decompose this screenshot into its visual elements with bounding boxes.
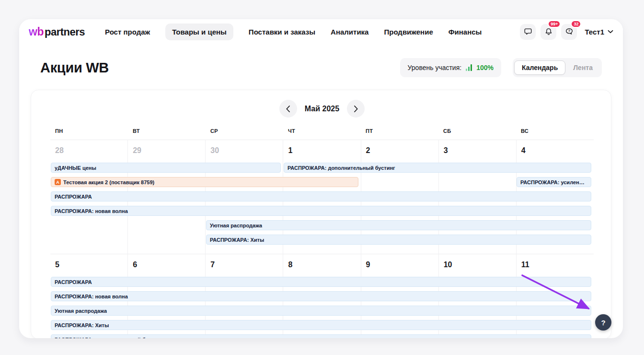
promo-a-icon: A — [55, 179, 61, 185]
day-header: ПН — [50, 128, 128, 134]
event-label: РАСПРОЖАРА: Хиты — [210, 237, 264, 243]
logo-partners-text: partners — [45, 26, 85, 38]
calendar-week: 567891011РАСПРОЖАРАРАСПРОЖАРА: новая вол… — [50, 254, 594, 338]
prev-month-button[interactable] — [279, 100, 297, 118]
nav-item[interactable]: Финансы — [448, 24, 482, 40]
bar-chart-icon — [466, 64, 472, 71]
event-label: уДАЧНЫЕ цены — [55, 165, 96, 171]
event-label: РАСПРОЖАРА: дополнительный бустинг — [55, 337, 162, 339]
account-menu[interactable]: Тест1 — [585, 28, 613, 36]
participation-level-pill: Уровень участия: 100% — [400, 58, 501, 77]
month-label: Май 2025 — [305, 105, 339, 113]
event-bar[interactable]: РАСПРОЖАРА: дополнительный бустинг — [284, 163, 591, 173]
event-bar[interactable]: РАСПРОЖАРА: Хиты — [206, 235, 591, 245]
month-navigation: Май 2025 — [50, 97, 594, 118]
toggle-feed-button[interactable]: Лента — [565, 60, 600, 75]
participation-value: 100% — [476, 64, 494, 71]
event-bar[interactable]: РАСПРОЖАРА: усилени… — [517, 177, 591, 187]
event-bar[interactable]: РАСПРОЖАРА: дополнительный бустинг — [51, 334, 591, 338]
event-label: РАСПРОЖАРА: Хиты — [55, 322, 109, 328]
event-bar[interactable]: РАСПРОЖАРА: новая волна — [51, 291, 591, 301]
top-navigation-bar: wb partners Рост продажТовары и ценыПост… — [19, 19, 623, 44]
day-number: 10 — [439, 254, 516, 269]
day-header: ПТ — [361, 128, 438, 134]
svg-text:?: ? — [568, 29, 570, 33]
nav-item[interactable]: Рост продаж — [105, 24, 150, 40]
view-toggle: Календарь Лента — [513, 58, 602, 77]
event-bar[interactable]: уДАЧНЫЕ цены — [51, 163, 281, 173]
event-bar[interactable]: Уютная распродажа — [206, 220, 591, 230]
day-header: СБ — [438, 128, 516, 134]
day-number: 4 — [517, 140, 594, 155]
day-number: 8 — [283, 254, 360, 269]
event-label: Уютная распродажа — [55, 308, 107, 314]
day-header: ЧТ — [283, 128, 361, 134]
event-label: РАСПРОЖАРА — [55, 194, 92, 200]
account-name: Тест1 — [585, 28, 604, 36]
event-label: РАСПРОЖАРА — [55, 279, 92, 285]
event-label: РАСПРОЖАРА: новая волна — [55, 294, 128, 299]
event-label: РАСПРОЖАРА: усилени… — [520, 179, 587, 185]
day-number: 30 — [206, 140, 283, 155]
calendar-weeks: 2829301234уДАЧНЫЕ ценыРАСПРОЖАРА: дополн… — [50, 140, 594, 338]
promotions-calendar: Май 2025 ПНВТСРЧТПТСБВС 2829301234уДАЧНЫ… — [31, 90, 611, 338]
chat-button[interactable] — [520, 24, 536, 40]
day-header: ВТ — [128, 128, 206, 134]
day-number: 3 — [439, 140, 516, 155]
day-number: 11 — [517, 254, 594, 269]
help-bubble-icon: ? — [565, 27, 574, 36]
event-bar[interactable]: AТестовая акция 2 (поставщик 8759) — [51, 177, 358, 187]
nav-item[interactable]: Поставки и заказы — [249, 24, 315, 40]
chevron-down-icon — [608, 30, 613, 34]
event-bar[interactable]: РАСПРОЖАРА — [51, 191, 591, 201]
event-label: РАСПРОЖАРА: новая волна — [55, 208, 128, 214]
day-number: 5 — [50, 254, 127, 269]
app-window: wb partners Рост продажТовары и ценыПост… — [19, 19, 623, 338]
participation-label: Уровень участия: — [408, 64, 462, 71]
day-header: СР — [206, 128, 283, 134]
help-fab-button[interactable]: ? — [595, 314, 611, 331]
chevron-right-icon — [354, 106, 358, 112]
event-bar[interactable]: Уютная распродажа — [51, 306, 591, 316]
chat-icon — [524, 27, 532, 36]
nav-item[interactable]: Товары и цены — [165, 24, 233, 40]
next-month-button[interactable] — [347, 100, 365, 118]
event-bar[interactable]: РАСПРОЖАРА — [51, 277, 591, 287]
notifications-badge: 99+ — [548, 20, 561, 28]
event-label: Уютная распродажа — [210, 223, 262, 228]
page-header: Акции WB Уровень участия: 100% Календарь… — [40, 58, 602, 78]
main-nav: Рост продажТовары и ценыПоставки и заказ… — [105, 24, 482, 40]
event-label: Тестовая акция 2 (поставщик 8759) — [63, 179, 154, 185]
topbar-actions: 99+ ? 32 — [520, 24, 577, 40]
day-number: 2 — [361, 140, 438, 155]
event-bar[interactable]: РАСПРОЖАРА: Хиты — [51, 320, 591, 330]
calendar-week: 2829301234уДАЧНЫЕ ценыРАСПРОЖАРА: дополн… — [50, 140, 594, 254]
chevron-left-icon — [286, 106, 290, 112]
event-label: РАСПРОЖАРА: дополнительный бустинг — [288, 165, 395, 171]
day-number: 7 — [206, 254, 283, 269]
bell-icon — [544, 27, 553, 36]
day-headers-row: ПНВТСРЧТПТСБВС — [50, 128, 594, 134]
day-number: 28 — [50, 140, 127, 155]
support-button[interactable]: ? 32 — [561, 24, 577, 40]
support-badge: 32 — [571, 20, 581, 28]
nav-item[interactable]: Продвижение — [384, 24, 433, 40]
notifications-button[interactable]: 99+ — [540, 24, 556, 40]
day-number: 6 — [128, 254, 205, 269]
day-number: 29 — [128, 140, 205, 155]
day-number: 9 — [361, 254, 438, 269]
day-header: ВС — [516, 128, 594, 134]
logo-wb-text: wb — [29, 25, 44, 38]
event-bar[interactable]: РАСПРОЖАРА: новая волна — [51, 206, 591, 216]
nav-item[interactable]: Аналитика — [331, 24, 368, 40]
wb-partners-logo[interactable]: wb partners — [29, 25, 85, 38]
page-title: Акции WB — [40, 60, 109, 76]
toggle-calendar-button[interactable]: Календарь — [514, 60, 565, 75]
day-number: 1 — [283, 140, 360, 155]
